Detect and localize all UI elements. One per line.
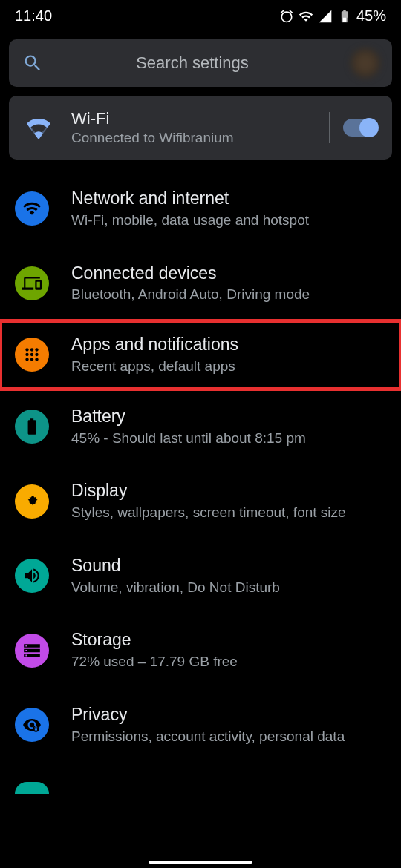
- setting-item-display[interactable]: Display Styles, wallpapers, screen timeo…: [0, 464, 401, 539]
- wifi-toggle[interactable]: [343, 119, 377, 137]
- setting-subtitle: Permissions, account activity, personal …: [71, 728, 386, 746]
- wifi-card-icon: [24, 116, 53, 139]
- setting-item-devices[interactable]: Connected devices Bluetooth, Android Aut…: [0, 246, 401, 321]
- search-placeholder: Search settings: [6, 53, 379, 73]
- wifi-subtitle: Connected to Wifibranium: [71, 130, 316, 146]
- setting-title: Privacy: [71, 704, 386, 726]
- svg-point-2: [30, 349, 33, 352]
- setting-subtitle: Wi-Fi, mobile, data usage and hotspot: [71, 211, 386, 230]
- status-bar: 11:40 45%: [0, 0, 401, 30]
- setting-subtitle: Recent apps, default apps: [71, 358, 386, 376]
- setting-item-wifi[interactable]: Network and internet Wi-Fi, mobile, data…: [0, 171, 401, 246]
- wifi-title: Wi-Fi: [71, 109, 316, 128]
- privacy-icon: [15, 708, 49, 742]
- toggle-knob: [359, 118, 379, 137]
- partial-setting-item[interactable]: [0, 766, 401, 794]
- nav-handle[interactable]: [149, 861, 252, 864]
- battery-icon: [15, 410, 49, 444]
- wifi-divider: [329, 112, 330, 143]
- setting-title: Network and internet: [71, 188, 386, 210]
- status-time: 11:40: [15, 7, 52, 24]
- svg-point-6: [35, 353, 38, 356]
- svg-rect-0: [342, 17, 346, 22]
- sound-icon: [15, 559, 49, 593]
- svg-point-8: [30, 358, 33, 361]
- svg-point-4: [25, 353, 28, 356]
- setting-item-privacy[interactable]: Privacy Permissions, account activity, p…: [0, 688, 401, 763]
- svg-point-3: [35, 349, 38, 352]
- devices-icon: [15, 266, 49, 300]
- signal-status-icon: [318, 9, 333, 24]
- setting-item-sound[interactable]: Sound Volume, vibration, Do Not Disturb: [0, 539, 401, 614]
- svg-point-7: [25, 358, 28, 361]
- apps-icon: [15, 338, 49, 372]
- search-bar[interactable]: Search settings: [9, 39, 392, 87]
- battery-percent: 45%: [356, 7, 386, 24]
- setting-subtitle: Volume, vibration, Do Not Disturb: [71, 579, 386, 597]
- svg-point-5: [30, 353, 33, 356]
- setting-item-battery[interactable]: Battery 45% - Should last until about 8:…: [0, 389, 401, 464]
- setting-title: Sound: [71, 555, 386, 577]
- wifi-status-icon: [299, 9, 313, 24]
- settings-list: Network and internet Wi-Fi, mobile, data…: [0, 168, 401, 766]
- setting-item-storage[interactable]: Storage 72% used – 17.79 GB free: [0, 613, 401, 688]
- svg-point-9: [35, 358, 38, 361]
- wifi-card[interactable]: Wi-Fi Connected to Wifibranium: [9, 96, 392, 160]
- location-icon-partial: [15, 782, 49, 794]
- setting-title: Storage: [71, 629, 386, 651]
- storage-icon: [15, 634, 49, 668]
- setting-subtitle: 45% - Should last until about 8:15 pm: [71, 430, 386, 448]
- svg-point-1: [25, 349, 28, 352]
- setting-title: Display: [71, 480, 386, 502]
- battery-status-icon: [337, 9, 352, 24]
- setting-title: Connected devices: [71, 263, 386, 285]
- setting-item-apps[interactable]: Apps and notifications Recent apps, defa…: [0, 320, 401, 389]
- status-indicators: 45%: [279, 7, 386, 24]
- display-icon: [15, 484, 49, 519]
- alarm-icon: [279, 9, 294, 24]
- setting-title: Battery: [71, 406, 386, 428]
- setting-subtitle: Bluetooth, Android Auto, Driving mode: [71, 286, 386, 304]
- wifi-icon: [15, 191, 49, 226]
- svg-rect-11: [35, 729, 37, 731]
- setting-subtitle: Styles, wallpapers, screen timeout, font…: [71, 504, 386, 522]
- setting-subtitle: 72% used – 17.79 GB free: [71, 653, 386, 671]
- setting-title: Apps and notifications: [71, 334, 386, 356]
- profile-avatar[interactable]: [351, 48, 380, 78]
